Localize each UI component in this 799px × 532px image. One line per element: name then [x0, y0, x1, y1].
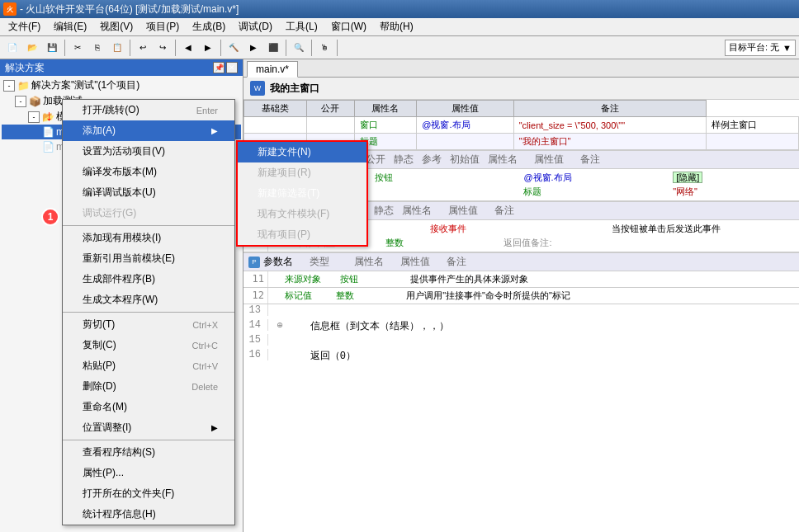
- tab-main-label: main.v*: [256, 64, 289, 75]
- ctx-arrange-arrow: ▶: [211, 423, 218, 432]
- tree-solution[interactable]: - 📁 解决方案"测试"(1个项目): [2, 78, 241, 93]
- tb-stop[interactable]: ⬛: [264, 39, 282, 57]
- param-type-11: 按钮: [340, 274, 358, 284]
- cell-mcat: 接收事件: [425, 222, 499, 236]
- cell-public: [306, 117, 354, 134]
- cell-mattr: [499, 222, 590, 236]
- tb-cut[interactable]: ✂: [69, 39, 87, 57]
- ctx-copy[interactable]: 复制(C) Ctrl+C: [63, 335, 234, 355]
- sub-existingproject[interactable]: 现有项目(P): [238, 224, 366, 245]
- win-icon: W: [250, 81, 265, 96]
- menu-window[interactable]: 窗口(W): [324, 18, 373, 35]
- linenum-14: 14: [243, 319, 268, 331]
- tb-sep3: [175, 40, 176, 56]
- ctx-arrange[interactable]: 位置调整(I) ▶: [63, 417, 234, 438]
- ctx-rename-label: 重命名(M): [83, 400, 127, 414]
- ctx-paste-label: 粘贴(P): [83, 359, 116, 373]
- tb-search[interactable]: 🔍: [290, 39, 308, 57]
- extra1-icon: 📄: [41, 140, 54, 153]
- cell-ref: [494, 171, 519, 185]
- panel-title: 解决方案 📌 ✕: [0, 59, 243, 76]
- menu-project[interactable]: 项目(P): [139, 18, 186, 35]
- tb-sep2: [130, 40, 130, 56]
- tb-save[interactable]: 💾: [43, 39, 61, 57]
- tb-paste[interactable]: 📋: [108, 39, 126, 57]
- menu-help[interactable]: 帮助(H): [373, 18, 420, 35]
- sub-newproject[interactable]: 新建项目(R): [238, 162, 366, 183]
- cell-base: [244, 117, 307, 134]
- tb-copy[interactable]: ⎘: [88, 39, 106, 57]
- ctx-props[interactable]: 属性(P)...: [63, 463, 234, 483]
- tb-back[interactable]: ◀: [179, 39, 197, 57]
- ctx-gentext[interactable]: 生成文本程序(W): [63, 290, 234, 310]
- sub-existingfile[interactable]: 现有文件模块(F): [238, 204, 366, 224]
- solution-icon: 📁: [17, 79, 30, 92]
- tb-new[interactable]: 📄: [3, 39, 21, 57]
- menu-file[interactable]: 文件(F): [2, 18, 47, 35]
- table-row: 窗口 @视窗.布局 "client_size = \"500, 300\"" 样…: [244, 117, 799, 134]
- ctx-reref[interactable]: 重新引用当前模块(E): [63, 248, 234, 269]
- ctx-gencomp[interactable]: 生成部件程序(B): [63, 269, 234, 290]
- tb-redo[interactable]: ↪: [154, 39, 172, 57]
- public-col: 公开: [366, 153, 385, 167]
- ctx-add-arrow: ▶: [211, 126, 218, 135]
- cell-attr2: 标题: [518, 185, 668, 199]
- ctx-builddebug[interactable]: 编译调试版本(U): [63, 182, 234, 203]
- tb-undo[interactable]: ↩: [134, 39, 152, 57]
- target-platform[interactable]: 目标平台: 无 ▼: [725, 40, 796, 56]
- win-header: W 我的主窗口: [243, 78, 799, 100]
- expander-project[interactable]: -: [15, 96, 26, 107]
- ctx-paste-shortcut: Ctrl+V: [192, 361, 218, 371]
- ctx-structure[interactable]: 查看程序结构(S): [63, 442, 234, 463]
- ctx-openfolder[interactable]: 打开所在的文件夹(F): [63, 483, 234, 504]
- project-icon: 📦: [28, 95, 41, 108]
- tb-sep5: [286, 40, 286, 56]
- tb-mouse[interactable]: 🖱: [315, 39, 333, 57]
- ctx-cut[interactable]: 剪切(T) Ctrl+X: [63, 314, 234, 335]
- ctx-add[interactable]: 添加(A) ▶ 新建文件(N) 新建项目(R) 新建筛选器(T) 现有文件模块(…: [63, 120, 234, 141]
- col-propname: 属性名: [354, 101, 417, 117]
- panel-close-btn[interactable]: ✕: [226, 62, 238, 73]
- sub-existingproject-label: 现有项目(P): [258, 228, 310, 242]
- menu-edit[interactable]: 编辑(E): [47, 18, 93, 35]
- menu-debug[interactable]: 调试(D): [232, 18, 279, 35]
- sub-newfilter[interactable]: 新建筛选器(T): [238, 183, 366, 204]
- expander-modules[interactable]: -: [28, 111, 40, 123]
- panel-title-btns: 📌 ✕: [213, 62, 238, 73]
- ctx-setactive-label: 设置为活动项目(V): [83, 144, 165, 158]
- tb-forward[interactable]: ▶: [199, 39, 217, 57]
- ctx-open-shortcut: Enter: [196, 106, 218, 115]
- param-row-12: 12 标记值 整数 用户调用"挂接事件"命令时所提供的"标记: [243, 288, 799, 304]
- tb-run[interactable]: ▶: [244, 39, 262, 57]
- ctx-setactive[interactable]: 设置为活动项目(V): [63, 141, 234, 162]
- cell-attr: @视窗.布局: [417, 117, 513, 134]
- tb-open[interactable]: 📂: [23, 39, 41, 57]
- ctx-debugrun[interactable]: 调试运行(G): [63, 203, 234, 224]
- sub-newfile[interactable]: 新建文件(N): [238, 142, 366, 162]
- menu-build[interactable]: 生成(B): [186, 18, 232, 35]
- cell-retnote-label: 返回值备注:: [499, 236, 590, 250]
- ctx-stats[interactable]: 统计程序信息(H): [63, 504, 234, 525]
- cell-attr: @视窗.布局: [518, 171, 668, 185]
- ctx-buildrelease[interactable]: 编译发布版本(M): [63, 162, 234, 182]
- panel-pin-btn[interactable]: 📌: [213, 62, 225, 73]
- param-section-header: P 参数名 类型 属性名 属性值 备注: [243, 252, 799, 271]
- ctx-addmodule[interactable]: 添加现有用模块(I): [63, 228, 234, 248]
- submenu[interactable]: 新建文件(N) 新建项目(R) 新建筛选器(T) 现有文件模块(F) 现有项目(…: [236, 140, 368, 247]
- ctx-delete[interactable]: 删除(D) Delete: [63, 376, 234, 397]
- ctx-open[interactable]: 打开/跳转(O) Enter: [63, 100, 234, 120]
- ctx-paste[interactable]: 粘贴(P) Ctrl+V: [63, 355, 234, 376]
- menu-view[interactable]: 视图(V): [93, 18, 139, 35]
- ctx-builddebug-label: 编译调试版本(U): [83, 186, 156, 200]
- code-line-16: 16 返回（0）: [243, 349, 799, 364]
- expander-solution[interactable]: -: [3, 80, 15, 92]
- context-menu[interactable]: 打开/跳转(O) Enter 添加(A) ▶ 新建文件(N) 新建项目(R) 新…: [62, 99, 235, 525]
- tab-bar: main.v*: [243, 59, 799, 78]
- code-line-14: 14 ⊕ 信息框（到文本（结果），，）: [243, 319, 799, 334]
- ctx-rename[interactable]: 重命名(M): [63, 397, 234, 417]
- menu-tools[interactable]: 工具(L): [279, 18, 324, 35]
- ctx-buildrelease-label: 编译发布版本(M): [83, 165, 157, 179]
- ctx-open-label: 打开/跳转(O): [83, 103, 139, 117]
- tb-build[interactable]: 🔨: [225, 39, 243, 57]
- tab-main[interactable]: main.v*: [247, 61, 298, 78]
